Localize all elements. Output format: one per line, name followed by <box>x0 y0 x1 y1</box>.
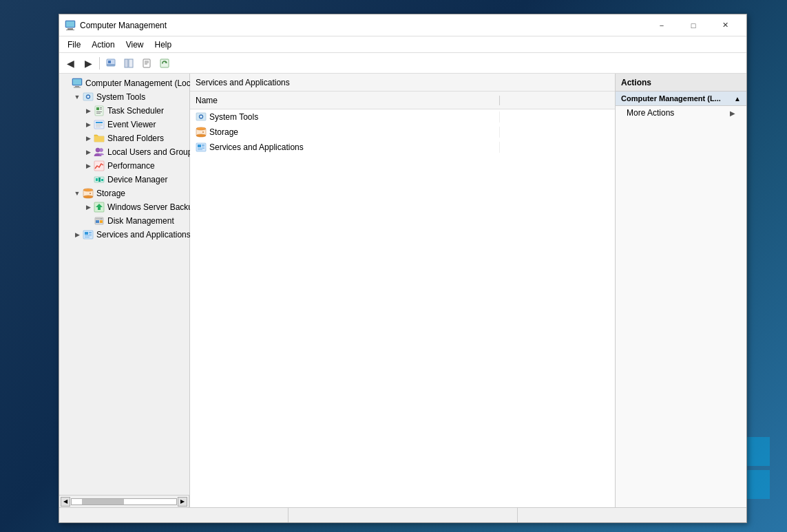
svg-rect-29 <box>100 109 102 109</box>
svg-rect-71 <box>198 148 204 149</box>
svg-point-65 <box>196 134 206 137</box>
svg-rect-28 <box>100 107 102 108</box>
svg-point-66 <box>202 131 204 133</box>
title-bar-controls: − □ ✕ <box>646 14 741 36</box>
maximize-button[interactable]: □ <box>678 14 709 36</box>
scroll-left-button[interactable]: ◀ <box>61 497 70 507</box>
menu-help[interactable]: Help <box>149 39 178 51</box>
refresh-button[interactable] <box>156 56 173 71</box>
tree-node-services-apps[interactable]: ▶ Services and Applications <box>59 228 189 242</box>
tree-horizontal-scrollbar[interactable]: ◀ ▶ <box>59 495 189 507</box>
breadcrumb-bar: Services and Applications <box>190 74 615 92</box>
tree-node-windows-backup[interactable]: ▶ Windows Server Backup <box>59 200 189 214</box>
up-button[interactable] <box>103 56 119 71</box>
svg-rect-70 <box>202 147 204 147</box>
center-row-services-apps[interactable]: Services and Applications <box>190 140 615 155</box>
properties-button[interactable] <box>138 56 155 71</box>
expand-storage[interactable]: ▼ <box>72 188 83 199</box>
expand-task-scheduler[interactable]: ▶ <box>83 105 94 116</box>
tree-node-local-users[interactable]: ▶ Local Users and Groups <box>59 145 189 159</box>
svg-point-45 <box>83 189 93 191</box>
forward-button[interactable]: ▶ <box>80 56 96 71</box>
svg-rect-58 <box>85 235 92 236</box>
scroll-right-button[interactable]: ▶ <box>178 497 187 507</box>
actions-section-collapse-icon: ▲ <box>734 95 741 103</box>
expand-performance[interactable]: ▶ <box>83 160 94 171</box>
svg-rect-22 <box>73 79 81 85</box>
center-label-storage: Storage <box>209 127 238 137</box>
svg-rect-13 <box>143 59 150 67</box>
expand-event-viewer[interactable]: ▶ <box>83 119 94 130</box>
local-users-icon <box>94 147 105 158</box>
tree-node-task-scheduler[interactable]: ▶ Task Scheduler <box>59 104 189 118</box>
svg-rect-69 <box>202 145 204 146</box>
svg-rect-21 <box>74 87 81 88</box>
expand-system-tools[interactable]: ▼ <box>72 92 83 103</box>
back-button[interactable]: ◀ <box>62 56 78 71</box>
col-header-name: Name <box>190 96 500 105</box>
tree-label-storage: Storage <box>96 189 125 198</box>
tree-node-system-tools[interactable]: ▼ System Tools <box>59 90 189 104</box>
expand-windows-backup[interactable]: ▶ <box>83 202 94 213</box>
performance-icon <box>94 160 105 171</box>
tree-node-disk-management[interactable]: Disk Management <box>59 214 189 228</box>
window-icon <box>65 20 76 31</box>
tree-label-local-users: Local Users and Groups <box>107 147 196 157</box>
center-row-storage[interactable]: Storage <box>190 125 615 140</box>
status-bar <box>59 507 746 522</box>
menu-action[interactable]: Action <box>86 39 120 51</box>
tree-node-device-manager[interactable]: Device Manager <box>59 173 189 187</box>
svg-point-53 <box>101 218 102 220</box>
svg-rect-17 <box>160 59 169 67</box>
svg-rect-68 <box>198 145 201 147</box>
center-content: System Tools Storage <box>190 109 615 507</box>
toolbar: ◀ ▶ <box>59 53 746 74</box>
menu-view[interactable]: View <box>120 39 149 51</box>
expand-services-apps[interactable]: ▶ <box>72 229 83 240</box>
task-scheduler-icon <box>94 105 105 116</box>
svg-point-25 <box>87 96 90 98</box>
tree-label-shared-folders: Shared Folders <box>107 134 164 143</box>
show-tree-button[interactable] <box>120 56 137 71</box>
svg-rect-57 <box>89 234 92 235</box>
svg-rect-43 <box>101 179 103 181</box>
tree-label-system-tools: System Tools <box>96 92 145 102</box>
svg-rect-31 <box>96 113 101 114</box>
tree-label-task-scheduler: Task Scheduler <box>107 106 164 116</box>
scroll-track[interactable] <box>71 498 177 505</box>
tree-node-storage[interactable]: ▼ Storage <box>59 187 189 200</box>
status-segment-2 <box>288 508 518 522</box>
scroll-thumb[interactable] <box>82 499 124 504</box>
tree-node-shared-folders[interactable]: ▶ Shared Folders <box>59 131 189 145</box>
title-bar: Computer Management − □ ✕ <box>59 14 746 36</box>
svg-rect-72 <box>198 149 202 150</box>
svg-rect-30 <box>96 111 102 112</box>
expand-shared-folders[interactable]: ▶ <box>83 133 94 144</box>
svg-rect-41 <box>96 178 98 181</box>
center-row-system-tools[interactable]: System Tools <box>190 109 615 125</box>
disk-management-icon <box>94 215 105 226</box>
actions-item-more-actions-label: More Actions <box>627 108 674 118</box>
window-title: Computer Management <box>80 21 646 30</box>
actions-item-more-actions[interactable]: More Actions ▶ <box>616 106 746 120</box>
svg-rect-42 <box>98 178 101 182</box>
menu-file[interactable]: File <box>62 39 86 51</box>
actions-section-computer-management[interactable]: Computer Management (L... ▲ <box>616 92 746 106</box>
svg-rect-12 <box>129 59 133 67</box>
svg-rect-10 <box>108 61 111 63</box>
status-segment-3 <box>518 508 746 522</box>
expand-local-users[interactable]: ▶ <box>83 147 94 158</box>
svg-rect-35 <box>96 125 103 126</box>
svg-rect-20 <box>75 86 79 87</box>
tree-node-root[interactable]: Computer Management (Local <box>59 76 189 90</box>
svg-rect-55 <box>85 232 88 235</box>
svg-rect-50 <box>96 220 99 223</box>
tree-node-event-viewer[interactable]: ▶ Event Viewer <box>59 118 189 131</box>
shared-folders-icon <box>94 133 105 144</box>
services-apps-icon <box>83 229 94 240</box>
minimize-button[interactable]: − <box>646 14 678 36</box>
close-button[interactable]: ✕ <box>709 14 741 36</box>
device-manager-icon <box>94 174 105 185</box>
tree-node-performance[interactable]: ▶ Performance <box>59 159 189 173</box>
tree-label-windows-backup: Windows Server Backup <box>107 202 198 212</box>
